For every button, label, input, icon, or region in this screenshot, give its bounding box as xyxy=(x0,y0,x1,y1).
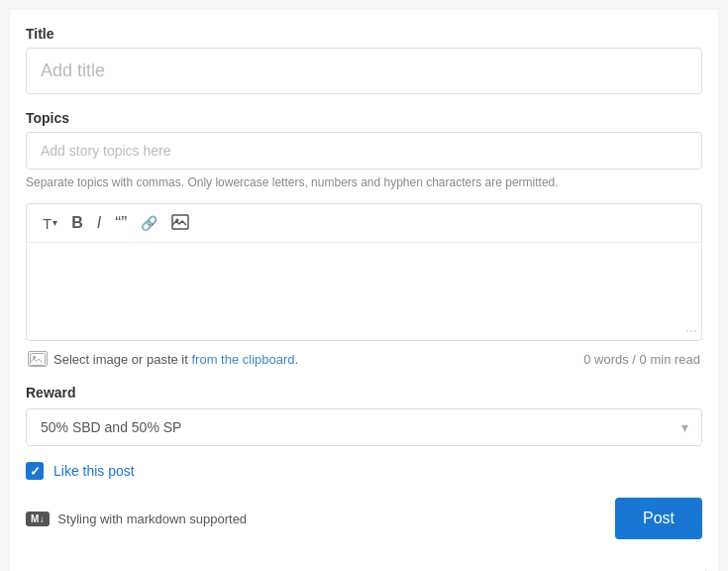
chevron-down-icon: ▾ xyxy=(52,218,57,228)
image-icon xyxy=(171,214,189,232)
cursor-indicator: ▸ xyxy=(705,566,710,571)
resize-icon: ⋯ xyxy=(685,324,697,338)
word-count: 0 words / 0 min read xyxy=(583,352,700,367)
markdown-badge: M↓ xyxy=(26,512,50,526)
image-hint-text: Select image or paste it from the clipbo… xyxy=(53,352,298,367)
markdown-hint: M↓ Styling with markdown supported xyxy=(26,512,247,526)
topics-label: Topics xyxy=(26,110,702,126)
reward-select-wrapper: 50% SBD and 50% SP Decline Payout Power … xyxy=(26,408,702,446)
text-size-button[interactable]: T ▾ xyxy=(37,212,63,235)
page-container: Title Topics Separate topics with commas… xyxy=(10,10,718,571)
image-hint-icon xyxy=(28,351,48,367)
clipboard-link[interactable]: from the clipboard xyxy=(191,352,294,367)
like-row: ✓ Like this post xyxy=(26,462,702,480)
svg-point-3 xyxy=(33,356,36,359)
title-label: Title xyxy=(26,26,702,42)
like-post-label[interactable]: Like this post xyxy=(53,463,135,479)
markdown-label: Styling with markdown supported xyxy=(57,512,247,526)
image-button[interactable] xyxy=(165,210,195,236)
bold-icon: B xyxy=(71,215,83,231)
quote-button[interactable]: “” xyxy=(109,210,133,236)
image-hint: Select image or paste it from the clipbo… xyxy=(28,351,298,367)
checkmark-icon: ✓ xyxy=(30,464,41,479)
italic-button[interactable]: I xyxy=(91,211,107,235)
cursor-icon: ▸ xyxy=(705,566,710,571)
reward-label: Reward xyxy=(26,385,702,400)
editor-footer: Select image or paste it from the clipbo… xyxy=(26,351,702,367)
link-icon: 🔗 xyxy=(141,216,157,230)
editor-resize-handle: ⋯ xyxy=(27,322,701,340)
bottom-row: M↓ Styling with markdown supported Post xyxy=(26,498,702,539)
quote-icon: “” xyxy=(115,214,127,232)
link-button[interactable]: 🔗 xyxy=(135,212,163,234)
post-button[interactable]: Post xyxy=(615,498,702,539)
editor-content-area[interactable] xyxy=(27,243,701,322)
editor-toolbar: T ▾ B I “” 🔗 xyxy=(27,204,701,243)
like-post-checkbox[interactable]: ✓ xyxy=(26,462,44,480)
topics-hint: Separate topics with commas. Only lowerc… xyxy=(26,175,702,189)
title-input[interactable] xyxy=(26,48,702,94)
bold-button[interactable]: B xyxy=(65,211,89,235)
editor-wrapper: T ▾ B I “” 🔗 xyxy=(26,203,702,341)
topics-input[interactable] xyxy=(26,132,702,170)
italic-icon: I xyxy=(97,215,101,231)
reward-select[interactable]: 50% SBD and 50% SP Decline Payout Power … xyxy=(26,408,702,446)
text-size-icon: T xyxy=(43,216,52,231)
